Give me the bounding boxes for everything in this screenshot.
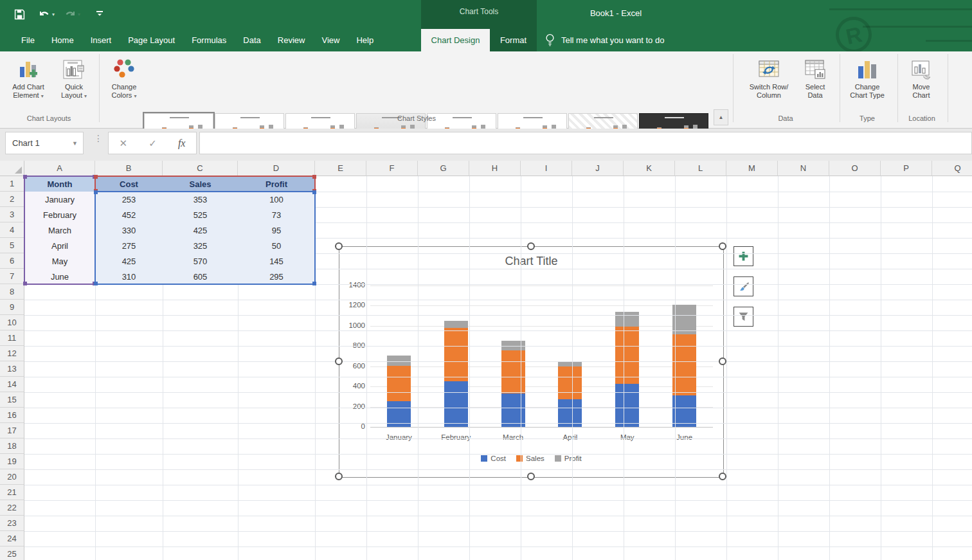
row-header[interactable]: 16 (0, 408, 24, 423)
bar-segment-profit[interactable] (558, 361, 582, 366)
column-header[interactable]: A (24, 161, 95, 176)
formula-bar-grip[interactable]: ⋮ (94, 136, 103, 141)
row-header[interactable]: 9 (0, 300, 24, 315)
chart-styles-button[interactable] (734, 276, 753, 296)
formula-input[interactable] (199, 132, 972, 154)
table-cell[interactable]: 605 (163, 269, 238, 284)
row-header[interactable]: 14 (0, 377, 24, 392)
table-cell[interactable]: 95 (238, 222, 315, 238)
tab-home[interactable]: Home (43, 29, 82, 51)
chart-resize-handle[interactable] (527, 242, 535, 250)
bar-segment-profit[interactable] (444, 321, 468, 328)
column-header[interactable]: I (521, 161, 572, 176)
bar-segment-cost[interactable] (615, 384, 639, 427)
undo-button[interactable]: ▾ (38, 9, 55, 19)
row-header[interactable]: 1 (0, 176, 24, 192)
row-header[interactable]: 20 (0, 469, 24, 485)
bar-segment-sales[interactable] (501, 350, 525, 393)
name-box-caret-icon[interactable]: ▼ (72, 140, 78, 147)
row-header[interactable]: 22 (0, 500, 24, 516)
table-cell[interactable]: January (24, 192, 95, 207)
move-chart-button[interactable]: Move Chart (903, 55, 940, 112)
row-header[interactable]: 8 (0, 284, 24, 300)
column-header[interactable]: C (163, 161, 238, 176)
table-cell[interactable]: 295 (238, 269, 315, 284)
bar-segment-cost[interactable] (672, 395, 696, 427)
tab-file[interactable]: File (13, 29, 43, 51)
bar-segment-cost[interactable] (501, 393, 525, 427)
legend-item[interactable]: Cost (481, 455, 506, 462)
select-all-corner[interactable] (0, 161, 24, 176)
tab-review[interactable]: Review (269, 29, 314, 51)
chart-resize-handle[interactable] (335, 242, 343, 250)
add-chart-element-button[interactable]: Add Chart Element ▾ (4, 55, 53, 112)
table-header-cell[interactable]: Profit (238, 176, 315, 192)
chart-elements-button[interactable] (734, 246, 753, 266)
row-header[interactable]: 4 (0, 222, 24, 238)
select-data-button[interactable]: Select Data (797, 55, 833, 112)
bar-segment-profit[interactable] (615, 312, 639, 327)
tab-insert[interactable]: Insert (82, 29, 120, 51)
row-header[interactable]: 2 (0, 192, 24, 207)
row-header[interactable]: 13 (0, 361, 24, 377)
bar-segment-sales[interactable] (672, 334, 696, 395)
table-cell[interactable]: 73 (238, 207, 315, 222)
chart-resize-handle[interactable] (527, 473, 535, 480)
row-header[interactable]: 10 (0, 315, 24, 330)
table-cell[interactable]: 325 (163, 238, 238, 253)
tab-format[interactable]: Format (490, 29, 537, 51)
tab-view[interactable]: View (313, 29, 348, 51)
tab-chart-design-active[interactable]: Chart Design (421, 29, 490, 51)
table-cell[interactable]: 275 (95, 238, 163, 253)
chart-title[interactable]: Chart Title (339, 255, 723, 268)
bar-segment-sales[interactable] (444, 328, 468, 381)
tab-page-layout[interactable]: Page Layout (120, 29, 183, 51)
table-cell[interactable]: June (24, 269, 95, 284)
row-header[interactable]: 18 (0, 438, 24, 454)
table-header-cell[interactable]: Month (24, 176, 95, 192)
name-box[interactable]: Chart 1 ▼ (5, 132, 84, 154)
table-cell[interactable]: 145 (238, 253, 315, 269)
row-header[interactable]: 23 (0, 516, 24, 531)
row-header[interactable]: 3 (0, 207, 24, 222)
tell-me-box[interactable]: Tell me what you want to do (545, 29, 664, 51)
column-header[interactable]: O (829, 161, 881, 176)
table-cell[interactable]: 570 (163, 253, 238, 269)
table-header-cell[interactable]: Cost (95, 176, 163, 192)
row-header[interactable]: 11 (0, 330, 24, 346)
table-cell[interactable]: 330 (95, 222, 163, 238)
chart-filters-button[interactable] (734, 307, 753, 327)
chart-resize-handle[interactable] (335, 357, 343, 365)
table-cell[interactable]: 425 (95, 253, 163, 269)
column-header[interactable]: D (238, 161, 315, 176)
undo-caret-icon[interactable]: ▾ (52, 12, 55, 17)
table-cell[interactable]: 425 (163, 222, 238, 238)
save-icon[interactable] (14, 9, 25, 20)
table-cell[interactable]: 310 (95, 269, 163, 284)
column-header[interactable]: H (469, 161, 521, 176)
column-header[interactable]: G (418, 161, 469, 176)
row-header[interactable]: 25 (0, 546, 24, 560)
table-cell[interactable]: 50 (238, 238, 315, 253)
row-header[interactable]: 17 (0, 423, 24, 438)
table-cell[interactable]: 353 (163, 192, 238, 207)
confirm-entry-icon[interactable]: ✓ (148, 138, 157, 149)
table-header-cell[interactable]: Sales (163, 176, 238, 192)
column-header[interactable]: N (778, 161, 829, 176)
table-cell[interactable]: March (24, 222, 95, 238)
table-cell[interactable]: April (24, 238, 95, 253)
column-header[interactable]: L (675, 161, 726, 176)
column-header[interactable]: K (624, 161, 675, 176)
chart-resize-handle[interactable] (719, 357, 726, 365)
table-cell[interactable]: 253 (95, 192, 163, 207)
bar-segment-sales[interactable] (387, 366, 411, 401)
legend-item[interactable]: Profit (555, 455, 582, 462)
chart-legend[interactable]: CostSalesProfit (339, 455, 723, 462)
column-header[interactable]: F (366, 161, 418, 176)
row-header[interactable]: 7 (0, 269, 24, 284)
bar-segment-profit[interactable] (387, 356, 411, 366)
row-header[interactable]: 5 (0, 238, 24, 253)
tab-help[interactable]: Help (348, 29, 382, 51)
row-header[interactable]: 19 (0, 454, 24, 469)
chart-resize-handle[interactable] (719, 473, 726, 480)
